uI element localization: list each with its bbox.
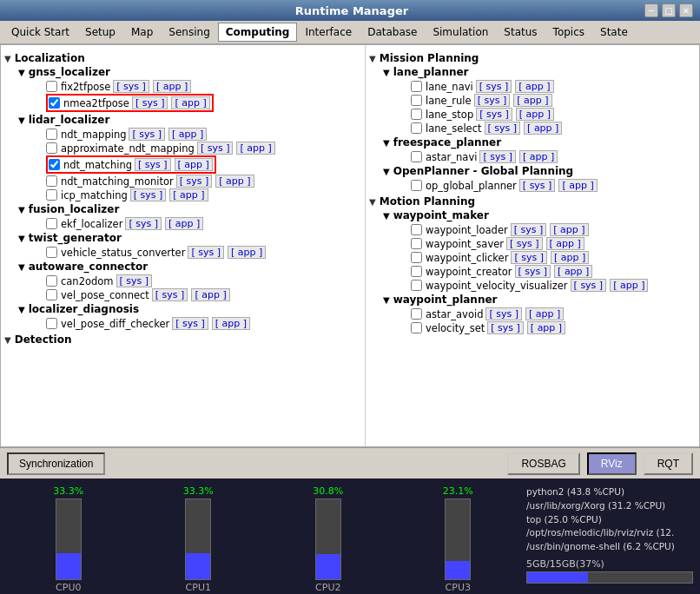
menu-item-interface[interactable]: Interface [297, 23, 360, 42]
ndt-mapping-checkbox[interactable] [46, 129, 57, 140]
waypoint-velocity-visualizer-app-tag[interactable]: [ app ] [610, 279, 648, 292]
rosbag-button[interactable]: ROSBAG [507, 452, 579, 475]
lane-select-app-tag[interactable]: [ app ] [524, 122, 562, 135]
lane-planner-header[interactable]: ▼ lane_planner [383, 66, 696, 78]
menu-item-topics[interactable]: Topics [545, 23, 592, 42]
vehicle-status-converter-app-tag[interactable]: [ app ] [228, 246, 266, 259]
lane-navi-app-tag[interactable]: [ app ] [515, 80, 553, 93]
approx-ndt-checkbox[interactable] [46, 142, 57, 154]
lane-navi-checkbox[interactable] [411, 81, 422, 92]
ndt-matching-sys-tag[interactable]: [ sys ] [135, 158, 171, 171]
freespace-planner-header[interactable]: ▼ freespace_planner [383, 136, 696, 148]
menu-item-database[interactable]: Database [360, 23, 425, 42]
menu-item-computing[interactable]: Computing [218, 23, 298, 42]
waypoint-creator-checkbox[interactable] [411, 266, 422, 277]
fix2tfpose-sys-tag[interactable]: [ sys ] [113, 80, 149, 93]
lane-select-sys-tag[interactable]: [ sys ] [485, 122, 521, 135]
close-button[interactable]: ✕ [679, 3, 693, 17]
ndt-matching-checkbox[interactable] [49, 159, 60, 170]
detection-section[interactable]: ▼ Detection [4, 333, 361, 346]
lane-select-checkbox[interactable] [411, 122, 422, 134]
openplanner-global-header[interactable]: ▼ OpenPlanner - Global Planning [383, 165, 696, 177]
waypoint-clicker-app-tag[interactable]: [ app ] [551, 251, 589, 264]
autoware-connector-header[interactable]: ▼ autoware_connector [18, 261, 361, 273]
vel-pose-connect-sys-tag[interactable]: [ sys ] [152, 288, 188, 301]
lane-stop-checkbox[interactable] [411, 109, 422, 120]
icp-matching-checkbox[interactable] [46, 189, 57, 201]
lane-stop-app-tag[interactable]: [ app ] [516, 108, 554, 121]
velocity-set-checkbox[interactable] [411, 322, 422, 333]
astar-navi-checkbox[interactable] [411, 151, 422, 162]
localization-section[interactable]: ▼ Localization [4, 52, 361, 64]
astar-avoid-app-tag[interactable]: [ app ] [525, 307, 564, 320]
nmea2tfpose-checkbox[interactable] [49, 97, 60, 109]
waypoint-creator-sys-tag[interactable]: [ sys ] [515, 265, 551, 278]
ndt-matching-app-tag[interactable]: [ app ] [175, 158, 213, 171]
lane-rule-app-tag[interactable]: [ app ] [513, 94, 551, 107]
waypoint-velocity-visualizer-sys-tag[interactable]: [ sys ] [571, 279, 607, 292]
vel-pose-connect-checkbox[interactable] [46, 289, 57, 300]
astar-navi-app-tag[interactable]: [ app ] [519, 150, 558, 163]
ndt-matching-monitor-sys-tag[interactable]: [ sys ] [176, 175, 213, 188]
velocity-set-app-tag[interactable]: [ app ] [527, 321, 565, 334]
menu-item-quick-start[interactable]: Quick Start [3, 23, 77, 42]
maximize-button[interactable]: □ [662, 3, 676, 17]
ndt-mapping-app-tag[interactable]: [ app ] [168, 128, 207, 141]
ekf-localizer-sys-tag[interactable]: [ sys ] [125, 217, 162, 230]
motion-planning-section[interactable]: ▼ Motion Planning [369, 195, 696, 208]
fusion-localizer-header[interactable]: ▼ fusion_localizer [18, 203, 361, 215]
op-global-planner-sys-tag[interactable]: [ sys ] [519, 179, 556, 192]
waypoint-saver-checkbox[interactable] [411, 238, 422, 249]
approx-ndt-app-tag[interactable]: [ app ] [236, 142, 274, 155]
fix2tfpose-checkbox[interactable] [46, 81, 57, 92]
waypoint-saver-app-tag[interactable]: [ app ] [546, 237, 584, 250]
mission-planning-section[interactable]: ▼ Mission Planning [369, 52, 696, 64]
waypoint-maker-header[interactable]: ▼ waypoint_maker [383, 209, 696, 221]
lane-stop-sys-tag[interactable]: [ sys ] [476, 108, 512, 121]
velocity-set-sys-tag[interactable]: [ sys ] [487, 321, 524, 334]
vel-pose-diff-checker-sys-tag[interactable]: [ sys ] [172, 317, 208, 330]
lane-rule-sys-tag[interactable]: [ sys ] [474, 94, 511, 107]
menu-item-status[interactable]: Status [496, 23, 545, 42]
menu-item-sensing[interactable]: Sensing [161, 23, 217, 42]
vehicle-status-converter-checkbox[interactable] [46, 247, 57, 258]
ekf-localizer-app-tag[interactable]: [ app ] [165, 217, 203, 230]
can2odom-sys-tag[interactable]: [ sys ] [116, 274, 153, 287]
waypoint-loader-app-tag[interactable]: [ app ] [550, 223, 588, 236]
lane-rule-checkbox[interactable] [411, 95, 422, 106]
vel-pose-connect-app-tag[interactable]: [ app ] [191, 288, 229, 301]
localizer-diagnosis-header[interactable]: ▼ localizer_diagnosis [18, 303, 361, 315]
vel-pose-diff-checker-app-tag[interactable]: [ app ] [212, 317, 250, 330]
waypoint-saver-sys-tag[interactable]: [ sys ] [506, 237, 543, 250]
ekf-localizer-checkbox[interactable] [46, 218, 57, 229]
op-global-planner-checkbox[interactable] [411, 180, 422, 191]
approx-ndt-sys-tag[interactable]: [ sys ] [197, 142, 234, 155]
ndt-mapping-sys-tag[interactable]: [ sys ] [129, 128, 165, 141]
waypoint-velocity-visualizer-checkbox[interactable] [411, 280, 422, 291]
waypoint-loader-checkbox[interactable] [411, 224, 422, 235]
gnss-localizer-header[interactable]: ▼ gnss_localizer [18, 66, 361, 78]
ndt-matching-monitor-app-tag[interactable]: [ app ] [215, 175, 254, 188]
menu-item-map[interactable]: Map [123, 23, 161, 42]
icp-matching-sys-tag[interactable]: [ sys ] [130, 188, 167, 201]
waypoint-loader-sys-tag[interactable]: [ sys ] [511, 223, 547, 236]
op-global-planner-app-tag[interactable]: [ app ] [558, 179, 597, 192]
lane-navi-sys-tag[interactable]: [ sys ] [476, 80, 512, 93]
icp-matching-app-tag[interactable]: [ app ] [169, 188, 208, 201]
astar-avoid-sys-tag[interactable]: [ sys ] [485, 307, 522, 320]
synchronization-button[interactable]: Synchronization [7, 452, 105, 475]
menu-item-simulation[interactable]: Simulation [425, 23, 496, 42]
waypoint-clicker-checkbox[interactable] [411, 252, 422, 263]
minimize-button[interactable]: ─ [644, 3, 658, 17]
ndt-matching-monitor-checkbox[interactable] [46, 175, 57, 187]
nmea2tfpose-app-tag[interactable]: [ app ] [171, 96, 209, 109]
vehicle-status-converter-sys-tag[interactable]: [ sys ] [188, 246, 224, 259]
astar-navi-sys-tag[interactable]: [ sys ] [479, 150, 516, 163]
waypoint-clicker-sys-tag[interactable]: [ sys ] [511, 251, 547, 264]
waypoint-planner-header[interactable]: ▼ waypoint_planner [383, 294, 696, 306]
can2odom-checkbox[interactable] [46, 275, 57, 287]
rviz-button[interactable]: RViz [587, 452, 637, 475]
nmea2tfpose-sys-tag[interactable]: [ sys ] [132, 96, 168, 109]
twist-generator-header[interactable]: ▼ twist_generator [18, 232, 361, 244]
fix2tfpose-app-tag[interactable]: [ app ] [153, 80, 191, 93]
